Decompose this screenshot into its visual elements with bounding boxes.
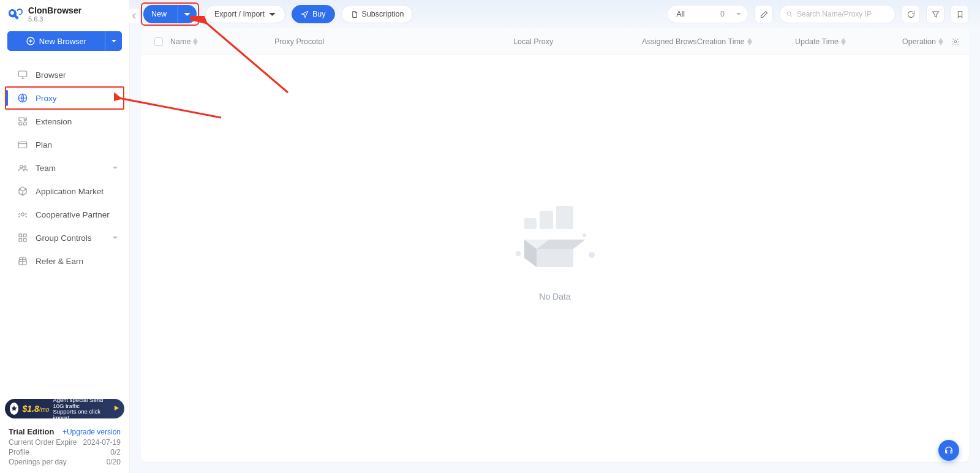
new-button-group: New [143, 5, 197, 23]
app-version: 5.6.3 [28, 15, 81, 23]
sidebar-item-extension[interactable]: Extension [0, 110, 129, 133]
app-logo: ClonBrowser 5.6.3 [0, 0, 129, 26]
edition-label: Trial Edition [9, 427, 54, 436]
promo-banner[interactable]: $1.8/mo Agent special Send 10G traffic S… [5, 399, 124, 418]
sidebar-item-label: Browser [36, 70, 66, 80]
sidebar-item-proxy[interactable]: Proxy [5, 86, 124, 110]
search-input[interactable] [797, 10, 889, 18]
select-all-checkbox[interactable] [147, 37, 170, 46]
sidebar-item-application-market[interactable]: Application Market [0, 180, 129, 203]
gift-icon [17, 255, 28, 267]
document-icon [350, 10, 358, 18]
footer-value: 0/2 [110, 448, 121, 456]
svg-rect-1 [18, 71, 27, 77]
bookmark-button[interactable] [951, 5, 969, 23]
subscription-button[interactable]: Subscription [341, 5, 413, 23]
chevron-down-icon [112, 164, 118, 173]
chevron-down-icon [183, 10, 191, 18]
chevron-down-icon [112, 233, 118, 243]
export-import-button[interactable]: Export / Import [205, 5, 285, 23]
col-name[interactable]: Name [170, 37, 274, 46]
footer-value: 0/20 [107, 458, 121, 466]
sidebar-item-plan[interactable]: Plan [0, 133, 129, 156]
new-button[interactable]: New [144, 6, 174, 23]
col-created[interactable]: Creation Time [697, 37, 795, 46]
search-icon [786, 10, 793, 18]
sidebar-collapse[interactable] [129, 9, 140, 23]
promo-price: $1.8/mo [22, 404, 49, 414]
sidebar-item-label: Extension [36, 117, 72, 126]
svg-rect-9 [24, 239, 27, 242]
svg-rect-8 [19, 239, 22, 242]
col-assigned: Assigned Brows [642, 37, 697, 46]
svg-rect-13 [540, 211, 553, 229]
promo-icon [10, 403, 18, 415]
sort-icon [938, 38, 943, 45]
search-box[interactable] [779, 5, 895, 23]
bookmark-icon [956, 10, 965, 19]
col-updated[interactable]: Update Time [795, 37, 902, 46]
globe-icon [17, 93, 28, 104]
new-browser-label: New Browser [39, 37, 86, 46]
sidebar-item-label: Refer & Earn [36, 257, 83, 266]
empty-box-icon [506, 206, 604, 286]
svg-rect-7 [24, 234, 27, 237]
svg-point-22 [582, 233, 586, 237]
sidebar-nav: Browser Proxy Extension Plan Team Applic… [0, 56, 129, 393]
card-icon [17, 139, 28, 150]
sidebar-item-group-controls[interactable]: Group Controls [0, 226, 129, 249]
footer-label: Profile [9, 448, 29, 456]
highlight-new: New [141, 2, 199, 26]
svg-point-20 [516, 251, 521, 256]
play-icon [113, 405, 119, 412]
new-button-dropdown[interactable] [178, 6, 196, 23]
sidebar-item-label: Cooperative Partner [36, 210, 110, 219]
cube-icon [17, 186, 28, 197]
table-settings[interactable] [948, 37, 963, 46]
svg-rect-14 [556, 206, 573, 229]
chevron-down-icon [736, 11, 742, 17]
refresh-icon [907, 10, 916, 19]
buy-button[interactable]: Buy [292, 5, 335, 23]
sort-icon [193, 38, 198, 45]
monitor-icon [17, 69, 28, 80]
svg-marker-18 [537, 249, 573, 267]
sidebar-item-refer-earn[interactable]: Refer & Earn [0, 249, 129, 273]
sidebar-item-label: Plan [36, 140, 52, 149]
sidebar: ClonBrowser 5.6.3 New Browser Browser Pr… [0, 0, 130, 473]
handshake-icon [17, 209, 28, 220]
filter-all-dropdown[interactable]: All 0 [667, 5, 748, 23]
sidebar-item-cooperative-partner[interactable]: Cooperative Partner [0, 203, 129, 226]
col-local-proxy: Local Proxy [513, 37, 642, 46]
new-browser-dropdown[interactable] [105, 31, 122, 51]
funnel-icon [931, 10, 940, 19]
col-operation[interactable]: Operation [902, 37, 948, 46]
table-header: Name Proxy Procotol Local Proxy Assigned… [141, 28, 969, 55]
upgrade-link[interactable]: +Upgrade version [62, 428, 121, 436]
help-fab[interactable] [938, 440, 959, 461]
headset-icon [944, 445, 954, 455]
chevron-down-icon [268, 10, 276, 18]
svg-point-11 [787, 12, 791, 15]
users-icon [17, 162, 28, 173]
svg-point-5 [24, 166, 26, 168]
refresh-button[interactable] [902, 5, 920, 23]
plus-circle-icon [26, 36, 36, 46]
app-name: ClonBrowser [28, 6, 81, 15]
new-browser-button[interactable]: New Browser [7, 31, 105, 51]
svg-point-4 [20, 165, 23, 168]
edit-button[interactable] [755, 5, 773, 23]
empty-state: No Data [141, 206, 969, 301]
footer-label: Openings per day [9, 458, 67, 466]
content-panel: Name Proxy Procotol Local Proxy Assigned… [141, 28, 969, 462]
sidebar-item-browser[interactable]: Browser [0, 63, 129, 86]
send-icon [301, 10, 309, 18]
sidebar-item-label: Group Controls [36, 233, 92, 243]
app-logo-icon [9, 7, 23, 22]
filter-button[interactable] [926, 5, 944, 23]
svg-rect-15 [524, 218, 537, 229]
sidebar-item-label: Proxy [36, 94, 57, 103]
footer-label: Current Order Expire [9, 438, 77, 447]
sidebar-item-label: Team [36, 164, 56, 173]
sidebar-item-team[interactable]: Team [0, 156, 129, 180]
